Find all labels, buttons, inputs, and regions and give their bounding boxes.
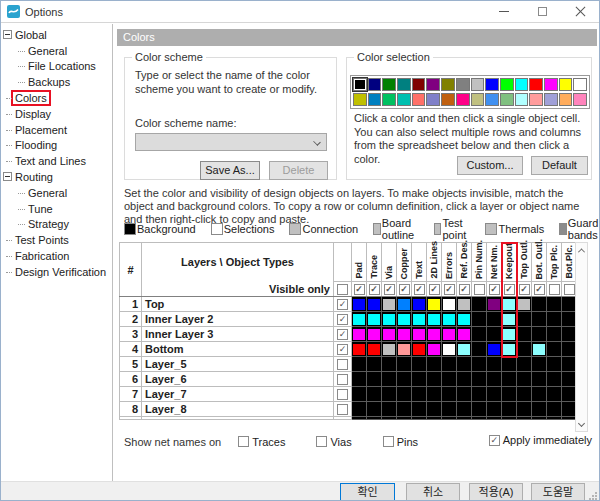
color-cell-layer-5-keepout[interactable]: [502, 357, 517, 372]
color-cell-inner-layer-3-pin-num[interactable]: [472, 327, 487, 342]
column-header-errors[interactable]: Errors✓: [442, 243, 457, 297]
color-cell-layer-8-text[interactable]: [412, 402, 427, 417]
color-cell-bottom-pin-num[interactable]: [472, 342, 487, 357]
color-cell-layer-6-pin-num[interactable]: [472, 372, 487, 387]
scroll-up-button[interactable]: [576, 244, 587, 257]
column-visible-checkbox-ref-des[interactable]: ✓: [459, 284, 470, 295]
column-visible-checkbox-copper[interactable]: ✓: [399, 284, 410, 295]
custom-color-button[interactable]: Custom...: [457, 156, 523, 175]
color-cell-inner-layer-2-bot-outl[interactable]: [532, 312, 547, 327]
legend-color-swatch[interactable]: [559, 223, 567, 235]
column-header-bot-outl[interactable]: Bot. Outl.✓: [532, 243, 547, 297]
color-cell-layer-7-bot-outl[interactable]: [532, 387, 547, 402]
column-header-copper[interactable]: Copper✓: [397, 243, 412, 297]
column-visible-checkbox-errors[interactable]: ✓: [444, 284, 455, 295]
tree-item-design-verification[interactable]: Design Verification: [1, 264, 112, 280]
color-cell-layer-5-net-nm[interactable]: [487, 357, 502, 372]
palette-swatch[interactable]: [485, 78, 499, 91]
column-visible-checkbox-net-nm[interactable]: ✓: [489, 284, 500, 295]
tree-item-backups[interactable]: Backups: [1, 74, 112, 90]
cancel-button[interactable]: 취소: [406, 483, 460, 501]
tree-item-strategy[interactable]: Strategy: [1, 217, 112, 233]
color-cell-layer-7-copper[interactable]: [397, 387, 412, 402]
palette-swatch[interactable]: [368, 93, 382, 106]
color-cell-layer-8-top-outl[interactable]: [517, 402, 532, 417]
legend-color-swatch[interactable]: [485, 223, 497, 235]
color-cell-layer-7-ref-des[interactable]: [457, 387, 472, 402]
layer-name[interactable]: Layer_8: [142, 402, 334, 417]
color-cell-layer-5-errors[interactable]: [442, 357, 457, 372]
color-cell-bottom-pad[interactable]: [352, 342, 367, 357]
color-cell-layer-6-top-outl[interactable]: [517, 372, 532, 387]
column-header-top-plc[interactable]: Top Plc.: [547, 243, 562, 297]
color-cell-bottom-via[interactable]: [382, 342, 397, 357]
color-cell-bottom-net-nm[interactable]: [487, 342, 502, 357]
column-header-pad[interactable]: Pad✓: [352, 243, 367, 297]
palette-swatch[interactable]: [573, 93, 587, 106]
color-cell-layer-8-top-plc[interactable]: [547, 402, 562, 417]
color-cell-layer-7-pin-num[interactable]: [472, 387, 487, 402]
palette-swatch[interactable]: [485, 93, 499, 106]
tree-item-tune[interactable]: Tune: [1, 201, 112, 217]
color-cell-top-top-plc[interactable]: [547, 297, 562, 312]
color-cell-layer-5-pad[interactable]: [352, 357, 367, 372]
color-cell-bottom-errors[interactable]: [442, 342, 457, 357]
column-header-via[interactable]: Via✓: [382, 243, 397, 297]
color-cell-layer-8-2d-lines[interactable]: [427, 402, 442, 417]
collapse-icon[interactable]: [3, 172, 12, 181]
layer-visible-checkbox-top[interactable]: ✓: [337, 299, 348, 310]
color-cell-bottom-top-outl[interactable]: [517, 342, 532, 357]
minimize-button[interactable]: [485, 1, 523, 22]
layer-visible-checkbox-inner-layer-2[interactable]: ✓: [337, 314, 348, 325]
color-cell-top-ref-des[interactable]: [457, 297, 472, 312]
show-net-names-traces[interactable]: Traces: [235, 436, 285, 448]
color-cell-layer-8-bot-outl[interactable]: [532, 402, 547, 417]
layer-visible-checkbox-layer-7[interactable]: [337, 389, 348, 400]
color-cell-bottom-2d-lines[interactable]: [427, 342, 442, 357]
color-cell-inner-layer-2-errors[interactable]: [442, 312, 457, 327]
vias-checkbox[interactable]: [316, 436, 327, 447]
palette-swatch[interactable]: [544, 93, 558, 106]
color-cell-layer-7-2d-lines[interactable]: [427, 387, 442, 402]
color-cell-inner-layer-3-copper[interactable]: [397, 327, 412, 342]
color-cell-inner-layer-2-net-nm[interactable]: [487, 312, 502, 327]
tree-item-text-and-lines[interactable]: Text and Lines: [1, 153, 112, 169]
color-cell-bottom-ref-des[interactable]: [457, 342, 472, 357]
column-visible-checkbox-via[interactable]: ✓: [384, 284, 395, 295]
layer-name[interactable]: Inner Layer 3: [142, 327, 334, 342]
palette-swatch[interactable]: [573, 78, 587, 91]
color-cell-layer-5-via[interactable]: [382, 357, 397, 372]
color-cell-layer-8-ref-des[interactable]: [457, 402, 472, 417]
help-button[interactable]: 도움말: [531, 483, 585, 501]
color-cell-inner-layer-2-via[interactable]: [382, 312, 397, 327]
collapse-icon[interactable]: [3, 30, 12, 39]
palette-swatch[interactable]: [353, 78, 367, 91]
color-cell-inner-layer-2-trace[interactable]: [367, 312, 382, 327]
column-visible-checkbox-top-plc[interactable]: [549, 284, 560, 295]
color-cell-inner-layer-3-keepout[interactable]: [502, 327, 517, 342]
layer-visible-checkbox-bottom[interactable]: ✓: [337, 344, 348, 355]
color-cell-layer-5-trace[interactable]: [367, 357, 382, 372]
color-cell-top-via[interactable]: [382, 297, 397, 312]
color-cell-layer-6-net-nm[interactable]: [487, 372, 502, 387]
color-cell-layer-6-top-plc[interactable]: [547, 372, 562, 387]
color-cell-layer-8-keepout[interactable]: [502, 402, 517, 417]
column-visible-checkbox-keepout[interactable]: ✓: [504, 284, 515, 295]
palette-swatch[interactable]: [559, 78, 573, 91]
column-header-text[interactable]: Text✓: [412, 243, 427, 297]
color-cell-layer-7-via[interactable]: [382, 387, 397, 402]
color-cell-inner-layer-2-ref-des[interactable]: [457, 312, 472, 327]
traces-checkbox[interactable]: [238, 436, 249, 447]
color-cell-layer-6-errors[interactable]: [442, 372, 457, 387]
tree-item-flooding[interactable]: Flooding: [1, 138, 112, 154]
layer-name[interactable]: Layer_5: [142, 357, 334, 372]
color-cell-inner-layer-2-2d-lines[interactable]: [427, 312, 442, 327]
legend-color-swatch[interactable]: [124, 223, 136, 235]
show-net-names-vias[interactable]: Vias: [313, 436, 351, 448]
color-cell-bottom-keepout[interactable]: [502, 342, 517, 357]
palette-swatch[interactable]: [500, 78, 514, 91]
palette-swatch[interactable]: [368, 78, 382, 91]
color-cell-top-keepout[interactable]: [502, 297, 517, 312]
color-cell-top-pin-num[interactable]: [472, 297, 487, 312]
color-cell-layer-6-keepout[interactable]: [502, 372, 517, 387]
